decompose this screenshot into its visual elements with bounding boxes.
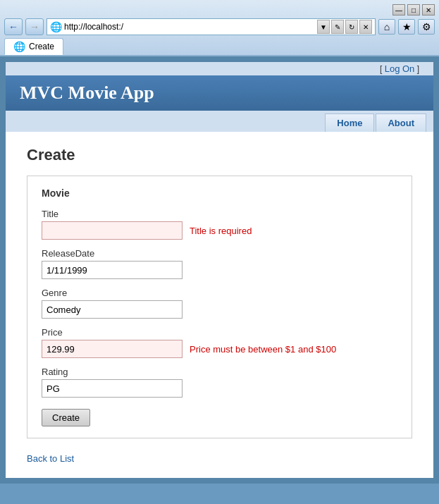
title-error: Title is required (190, 226, 252, 236)
page-icon: 🌐 (50, 21, 62, 32)
window-controls[interactable]: — □ ✕ (392, 4, 435, 16)
back-button[interactable]: ← (4, 18, 23, 35)
rating-input[interactable] (42, 379, 183, 398)
title-field-row: Title is required (42, 221, 397, 240)
bookmark-btn[interactable]: ▼ (317, 20, 330, 34)
rating-label: Rating (42, 367, 397, 377)
logon-link[interactable]: Log On (385, 63, 415, 74)
page-heading: Create (27, 146, 412, 164)
title-group: Title Title is required (42, 209, 397, 240)
price-input[interactable] (42, 340, 183, 358)
logon-suffix: ] (414, 64, 419, 74)
genre-input[interactable] (42, 300, 183, 319)
forward-button[interactable]: → (25, 18, 44, 35)
releasedate-input[interactable] (42, 261, 183, 279)
close-button[interactable]: ✕ (422, 4, 435, 16)
price-error: Price must be between $1 and $100 (190, 344, 336, 355)
logon-bar: [ Log On ] (6, 62, 433, 75)
stop-btn[interactable]: ✕ (359, 20, 372, 34)
main-content: Create Movie Title Title is required Rel… (6, 132, 433, 478)
tab-icon: 🌐 (13, 41, 25, 52)
price-field-row: Price must be between $1 and $100 (42, 340, 397, 358)
minimize-button[interactable]: — (392, 4, 405, 16)
create-button[interactable]: Create (42, 409, 90, 426)
page-wrapper: [ Log On ] MVC Movie App Home About Crea… (0, 56, 439, 484)
page-menu-btn[interactable]: ✎ (331, 20, 344, 34)
logon-prefix: [ (380, 64, 385, 74)
movie-form-section: Movie Title Title is required ReleaseDat… (27, 176, 412, 438)
nav-home[interactable]: Home (325, 113, 374, 132)
title-label: Title (42, 209, 397, 219)
back-to-list-link[interactable]: Back to List (27, 453, 74, 464)
releasedate-label: ReleaseDate (42, 248, 397, 259)
browser-titlebar: — □ ✕ (4, 4, 435, 16)
settings-toolbar-btn[interactable]: ⚙ (418, 19, 435, 35)
tab-title: Create (29, 42, 54, 51)
form-legend: Movie (42, 188, 397, 199)
app-title: MVC Movie App (20, 82, 154, 103)
releasedate-group: ReleaseDate (42, 248, 397, 279)
price-label: Price (42, 327, 397, 338)
maximize-button[interactable]: □ (407, 4, 420, 16)
address-text: http://localhost:/ (64, 22, 315, 32)
address-bar-row: ← → 🌐 http://localhost:/ ▼ ✎ ↻ ✕ ⌂ ★ ⚙ (4, 18, 435, 35)
tab-row: 🌐 Create (4, 38, 435, 55)
app-nav: Home About (6, 111, 433, 132)
browser-chrome: — □ ✕ ← → 🌐 http://localhost:/ ▼ ✎ ↻ ✕ ⌂… (0, 0, 439, 56)
page-content: [ Log On ] MVC Movie App Home About Crea… (6, 62, 433, 478)
favorites-toolbar-btn[interactable]: ★ (398, 19, 415, 35)
genre-label: Genre (42, 288, 397, 298)
app-header: MVC Movie App (6, 75, 433, 111)
price-group: Price Price must be between $1 and $100 (42, 327, 397, 358)
refresh-btn[interactable]: ↻ (345, 20, 358, 34)
genre-group: Genre (42, 288, 397, 319)
nav-about[interactable]: About (376, 113, 426, 132)
title-input[interactable] (42, 221, 183, 240)
home-toolbar-btn[interactable]: ⌂ (378, 19, 395, 35)
rating-group: Rating (42, 367, 397, 398)
active-tab[interactable]: 🌐 Create (4, 38, 63, 55)
address-box: 🌐 http://localhost:/ ▼ ✎ ↻ ✕ (47, 18, 376, 35)
address-actions: ▼ ✎ ↻ ✕ (317, 20, 372, 34)
